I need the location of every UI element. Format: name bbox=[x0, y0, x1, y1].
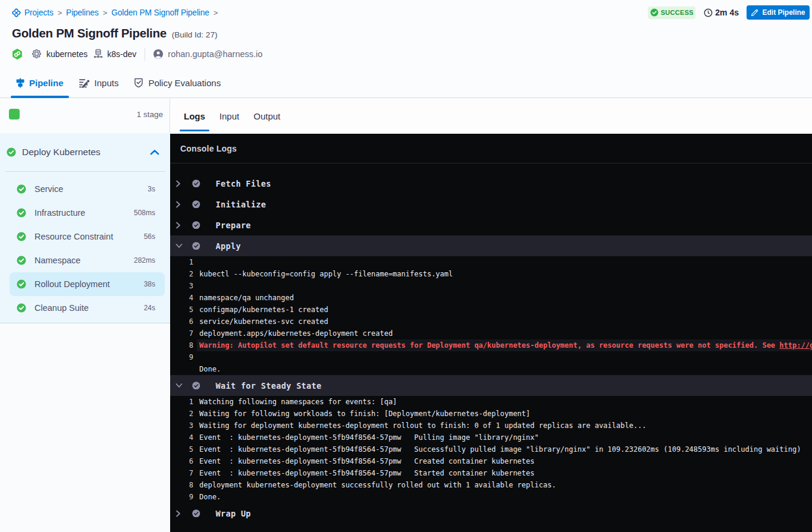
log-line: 6Event : kubernetes-deployment-5fb94f856… bbox=[170, 455, 812, 467]
clock-icon bbox=[704, 8, 713, 17]
tab-pipeline[interactable]: Pipeline bbox=[11, 68, 69, 97]
log-line: 4Event : kubernetes-deployment-5fb94f856… bbox=[170, 432, 812, 443]
log-line-text: service/kubernetes-svc created bbox=[199, 316, 328, 328]
step-success-icon bbox=[17, 279, 26, 289]
step-row-cleanup-suite[interactable]: Cleanup Suite24s bbox=[10, 296, 165, 320]
step-row-namespace[interactable]: Namespace282ms bbox=[10, 248, 165, 272]
section-label: Apply bbox=[216, 241, 241, 251]
section-success-icon bbox=[192, 200, 200, 209]
log-line: 2kubectl --kubeconfig=config apply --fil… bbox=[170, 268, 812, 280]
log-section-wrap-up[interactable]: Wrap Up bbox=[170, 503, 812, 524]
step-duration: 508ms bbox=[134, 209, 155, 217]
pipeline-icon bbox=[16, 78, 24, 88]
environment-name[interactable]: k8s-dev bbox=[107, 49, 136, 59]
page-title: Golden PM Signoff Pipeline bbox=[12, 26, 167, 40]
console-title: Console Logs bbox=[180, 144, 237, 153]
status-group: SUCCESS 2m 4s Edit Pipeline bbox=[648, 0, 812, 25]
duration-group: 2m 4s bbox=[704, 8, 739, 17]
status-badge: SUCCESS bbox=[648, 7, 695, 19]
chevron-up-icon[interactable] bbox=[150, 149, 159, 155]
log-section-apply[interactable]: Apply bbox=[170, 235, 812, 256]
log-tab-output[interactable]: Output bbox=[253, 99, 280, 134]
section-success-icon bbox=[192, 382, 200, 390]
section-success-icon bbox=[192, 180, 200, 188]
step-name: Infrastructure bbox=[35, 208, 134, 218]
log-section-fetch-files[interactable]: Fetch Files bbox=[170, 173, 812, 194]
main-tab-label: Pipeline bbox=[29, 78, 64, 88]
step-success-icon bbox=[17, 303, 26, 313]
section-success-icon bbox=[192, 509, 200, 518]
log-tab-input[interactable]: Input bbox=[220, 99, 239, 134]
log-line-number: 1 bbox=[170, 258, 193, 266]
stage-status-square[interactable] bbox=[9, 109, 20, 119]
tab-policy-evaluations[interactable]: Policy Evaluations bbox=[128, 68, 226, 97]
stage-name: Deploy Kubernetes bbox=[22, 147, 150, 158]
log-line-number: 2 bbox=[170, 270, 193, 278]
main-tab-bar: Pipeline Inputs Policy Evaluations bbox=[0, 68, 812, 98]
chevron-right-icon[interactable] bbox=[175, 201, 183, 208]
step-success-icon bbox=[17, 184, 26, 194]
log-warning-text: Warning: Autopilot set default resource … bbox=[199, 341, 779, 350]
step-row-rollout-deployment[interactable]: Rollout Deployment38s bbox=[10, 272, 165, 296]
main-tab-label: Policy Evaluations bbox=[148, 78, 221, 88]
service-name[interactable]: kubernetes bbox=[46, 49, 87, 59]
log-line-text: namespace/qa unchanged bbox=[199, 292, 294, 304]
log-line-text: kubectl --kubeconfig=config apply --file… bbox=[199, 268, 453, 280]
log-tab-bar: LogsInputOutput bbox=[170, 99, 812, 134]
edit-pipeline-label: Edit Pipeline bbox=[762, 8, 805, 17]
step-row-infrastructure[interactable]: Infrastructure508ms bbox=[10, 201, 165, 225]
chevron-right-icon[interactable] bbox=[175, 180, 183, 187]
breadcrumb-item[interactable]: Pipelines bbox=[66, 8, 99, 17]
stage-header[interactable]: Deploy Kubernetes bbox=[0, 143, 170, 162]
log-line-number: 7 bbox=[170, 469, 193, 477]
cd-module-icon bbox=[12, 49, 23, 59]
log-line: 9Done. bbox=[170, 491, 812, 503]
pipeline-meta-row: kubernetes k8s-dev rohan.g bbox=[12, 48, 262, 60]
step-name: Resource Constraint bbox=[35, 232, 144, 241]
log-line-number: 4 bbox=[170, 433, 193, 442]
section-label: Fetch Files bbox=[216, 179, 271, 188]
log-tab-logs[interactable]: Logs bbox=[184, 99, 205, 134]
stage-strip: 1 stage bbox=[0, 99, 170, 133]
step-duration: 3s bbox=[148, 185, 155, 193]
user-avatar-icon bbox=[153, 49, 164, 59]
log-line-number: 8 bbox=[170, 341, 193, 350]
chevron-right-icon[interactable] bbox=[175, 510, 183, 517]
log-section-initialize[interactable]: Initialize bbox=[170, 194, 812, 215]
harness-project-icon bbox=[11, 8, 21, 18]
breadcrumb-separator: > bbox=[214, 8, 218, 17]
chevron-right-icon[interactable] bbox=[175, 222, 183, 229]
log-line: 3 bbox=[170, 280, 812, 292]
chevron-down-icon[interactable] bbox=[175, 383, 183, 388]
breadcrumb-item[interactable]: Projects bbox=[24, 8, 54, 17]
log-line: 2Waiting for following workloads to fini… bbox=[170, 408, 812, 420]
log-line-number: 6 bbox=[170, 317, 193, 326]
breadcrumb-item[interactable]: Golden PM Signoff Pipeline bbox=[111, 8, 209, 17]
chevron-down-icon[interactable] bbox=[175, 243, 183, 248]
log-line-text: Event : kubernetes-deployment-5fb94f8564… bbox=[199, 455, 535, 467]
log-line: Done. bbox=[170, 363, 812, 375]
edit-pipeline-button[interactable]: Edit Pipeline bbox=[747, 5, 810, 20]
log-line-number: 9 bbox=[170, 353, 193, 361]
section-label: Wrap Up bbox=[216, 509, 251, 518]
section-success-icon bbox=[192, 221, 200, 229]
log-line: 7deployment.apps/kubernetes-deployment c… bbox=[170, 328, 812, 339]
stage-success-icon bbox=[7, 147, 16, 157]
tab-inputs[interactable]: Inputs bbox=[74, 68, 124, 97]
step-row-service[interactable]: Service3s bbox=[10, 177, 165, 201]
step-name: Cleanup Suite bbox=[35, 303, 144, 313]
step-row-resource-constraint[interactable]: Resource Constraint56s bbox=[10, 225, 165, 248]
step-duration: 56s bbox=[144, 232, 155, 241]
log-line: 1Watching following namespaces for event… bbox=[170, 396, 812, 408]
log-line-number: 7 bbox=[170, 329, 193, 338]
stage-panel: Deploy Kubernetes Service3s Infrastructu… bbox=[0, 133, 170, 323]
log-section-wait-for-steady-state[interactable]: Wait for Steady State bbox=[170, 375, 812, 396]
main-tab-label: Inputs bbox=[95, 78, 119, 88]
execution-side-panel: 1 stage Deploy Kubernetes Service3s Infr… bbox=[0, 99, 170, 532]
title-row: Golden PM Signoff Pipeline (Build Id: 27… bbox=[12, 26, 217, 40]
log-section-prepare[interactable]: Prepare bbox=[170, 215, 812, 235]
log-line-text: Warning: Autopilot set default resource … bbox=[197, 339, 812, 351]
log-link[interactable]: http://g bbox=[779, 341, 812, 350]
log-line: 7Event : kubernetes-deployment-5fb94f856… bbox=[170, 467, 812, 479]
build-id: (Build Id: 27) bbox=[172, 30, 218, 39]
